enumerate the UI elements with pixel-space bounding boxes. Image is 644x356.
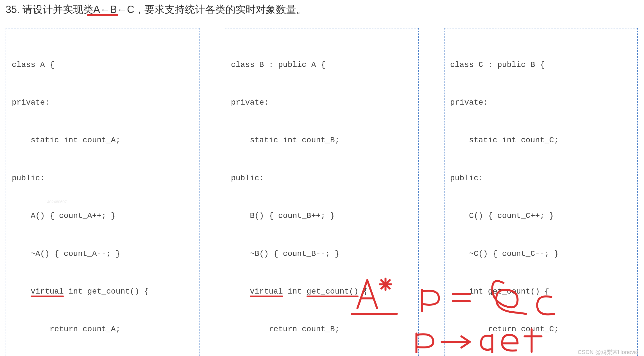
code-line: static int count_A; — [12, 134, 193, 147]
title-underline-annotation — [87, 14, 118, 16]
code-line: static int count_B; — [231, 134, 412, 147]
code-line: class B : public A { — [231, 59, 412, 71]
question-number: 35. — [6, 4, 20, 15]
code-line: C() { count_C++; } — [450, 210, 632, 222]
virtual-keyword-underline: virtual — [31, 287, 64, 296]
code-line: A() { count_A++; } — [12, 210, 193, 222]
code-line: public: — [12, 172, 193, 185]
code-line: ~C() { count_C--; } — [450, 248, 632, 260]
virtual-keyword-underline: virtual — [250, 287, 283, 296]
code-line: B() { count_B++; } — [231, 210, 412, 222]
code-box-c: class C : public B { private: static int… — [444, 28, 638, 356]
code-line: static int count_C; — [450, 134, 632, 147]
code-line: virtual int get_count() { — [12, 285, 193, 298]
code-line: class C : public B { — [450, 59, 632, 71]
code-line: private: — [12, 96, 193, 109]
code-boxes-container: class A { private: static int count_A; p… — [6, 28, 638, 356]
code-line: public: — [450, 172, 632, 185]
code-box-b: class B : public A { private: static int… — [225, 28, 419, 356]
code-line: ~A() { count_A--; } — [12, 248, 193, 260]
watermark-id: 1402460607 — [45, 200, 67, 204]
code-line: return count_B; — [231, 323, 412, 336]
getcount-underline: get_count() — [307, 287, 359, 296]
code-line: return count_C; — [450, 323, 632, 336]
code-line: private: — [231, 96, 412, 109]
code-line: ~B() { count_B--; } — [231, 248, 412, 260]
code-line: private: — [450, 96, 632, 109]
code-line: int get_count() { — [450, 285, 632, 298]
question-text: 请设计并实现类A←B←C，要求支持统计各类的实时对象数量。 — [22, 4, 306, 15]
code-line: class A { — [12, 59, 193, 71]
code-line: public: — [231, 172, 412, 185]
question-title: 35. 请设计并实现类A←B←C，要求支持统计各类的实时对象数量。 — [6, 3, 638, 17]
csdn-watermark: CSDN @鸡梨菌Honevid — [578, 348, 638, 356]
code-box-a: class A { private: static int count_A; p… — [6, 28, 199, 356]
code-line: return count_A; — [12, 323, 193, 336]
code-line: virtual int get_count() { — [231, 285, 412, 298]
